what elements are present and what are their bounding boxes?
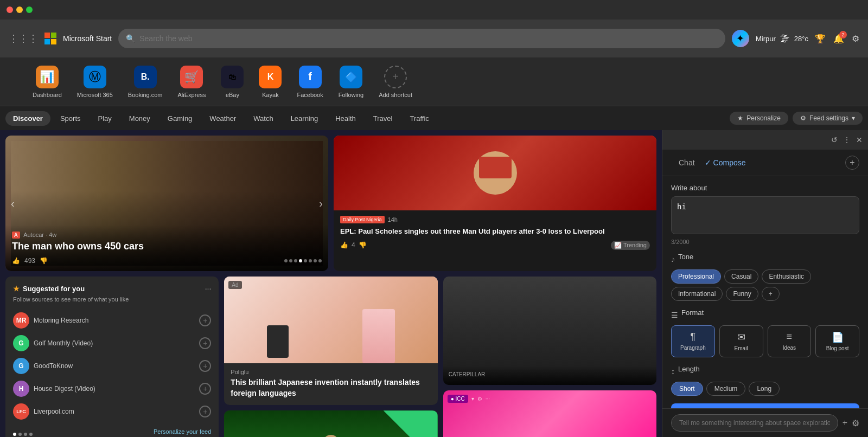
tab-traffic[interactable]: Traffic bbox=[402, 111, 436, 126]
tone-casual-button[interactable]: Casual bbox=[724, 269, 758, 284]
shortcut-facebook-label: Facebook bbox=[297, 92, 323, 98]
close-panel-icon[interactable]: ✕ bbox=[856, 136, 863, 144]
dot-6 bbox=[309, 259, 312, 262]
dot-1 bbox=[284, 259, 288, 262]
ms-logo bbox=[44, 33, 56, 44]
panel-settings-icon[interactable]: + bbox=[843, 418, 847, 428]
tone-professional-button[interactable]: Professional bbox=[671, 269, 721, 284]
close-button[interactable] bbox=[7, 7, 13, 13]
article-japanese-content: Poliglu This brilliant Japanese inventio… bbox=[224, 363, 437, 405]
title-bar bbox=[0, 0, 868, 20]
minimize-button[interactable] bbox=[16, 7, 23, 13]
shortcut-dashboard[interactable]: 📊 Dashboard bbox=[33, 66, 62, 98]
generate-draft-button[interactable]: Generate draft bbox=[671, 403, 859, 408]
secondary-thumbs-down[interactable]: 👎 bbox=[359, 241, 367, 249]
tab-gaming[interactable]: Gaming bbox=[160, 111, 200, 126]
shortcut-ebay-icon: 🛍 bbox=[221, 66, 244, 88]
panel-gear-icon[interactable]: ⚙ bbox=[852, 418, 859, 428]
settings-icon[interactable]: ⚙ bbox=[852, 34, 859, 44]
search-bar[interactable]: 🔍 bbox=[118, 29, 725, 48]
icc-more-icon[interactable]: ⚙ bbox=[477, 396, 482, 402]
add-liverpool-button[interactable]: + bbox=[199, 406, 211, 417]
tab-weather[interactable]: Weather bbox=[202, 111, 244, 126]
shortcut-add[interactable]: + Add shortcut bbox=[379, 66, 412, 98]
trophy-icon[interactable]: 🏆 bbox=[815, 34, 826, 44]
shortcut-microsoft365[interactable]: Ⓜ Microsoft 365 bbox=[77, 66, 113, 98]
add-tab-button[interactable]: + bbox=[845, 156, 859, 170]
fullscreen-button[interactable] bbox=[26, 7, 33, 13]
shortcut-booking[interactable]: B. Booking.com bbox=[128, 66, 163, 98]
format-blogpost-button[interactable]: 📄 Blog post bbox=[815, 325, 859, 357]
tab-learning[interactable]: Learning bbox=[283, 111, 326, 126]
tone-informational-button[interactable]: Informational bbox=[671, 287, 723, 301]
add-golf-monthly-button[interactable]: + bbox=[199, 337, 211, 349]
search-input[interactable] bbox=[139, 34, 718, 43]
write-about-input[interactable]: hi bbox=[671, 196, 859, 234]
length-long-button[interactable]: Long bbox=[749, 382, 780, 396]
format-paragraph-button[interactable]: ¶ Paragraph bbox=[671, 325, 715, 357]
add-motoring-research-button[interactable]: + bbox=[199, 314, 211, 326]
panel-more-icon[interactable]: ⋮ bbox=[843, 136, 851, 144]
char-count: 3/2000 bbox=[671, 239, 859, 245]
list-item: H House Digest (Video) + bbox=[13, 377, 211, 400]
featured-article-actions: 👍 493 👎 bbox=[12, 257, 322, 265]
tab-travel[interactable]: Travel bbox=[366, 111, 400, 126]
notification-bell[interactable]: 🔔 2 bbox=[833, 34, 844, 44]
tone-add-button[interactable]: + bbox=[762, 287, 780, 301]
tab-health[interactable]: Health bbox=[328, 111, 363, 126]
article-mbappe[interactable]: K Tuko 16h Kylian Mbappe: Real Madrid st… bbox=[224, 410, 437, 437]
shortcut-aliexpress[interactable]: 🛒 AliExpress bbox=[177, 66, 206, 98]
format-ideas-button[interactable]: ≡ Ideas bbox=[768, 325, 812, 357]
tab-play[interactable]: Play bbox=[91, 111, 119, 126]
refresh-panel-icon[interactable]: ↺ bbox=[831, 136, 838, 144]
article-coal[interactable]: CATERPILLAR bbox=[443, 277, 656, 385]
tone-enthusiastic-button[interactable]: Enthusiastic bbox=[762, 269, 811, 284]
tab-sports[interactable]: Sports bbox=[53, 111, 88, 126]
traffic-lights[interactable] bbox=[7, 7, 33, 13]
featured-grid: A Autocar · 4w The man who owns 450 cars… bbox=[5, 136, 656, 271]
ideas-icon: ≡ bbox=[787, 331, 793, 343]
featured-article-secondary[interactable]: Daily Post Nigeria 14h EPL: Paul Scholes… bbox=[334, 136, 656, 271]
notification-badge: 2 bbox=[839, 31, 847, 38]
thumbs-down-icon[interactable]: 👎 bbox=[40, 257, 48, 265]
tab-compose[interactable]: ✓ Compose bbox=[705, 158, 746, 167]
dot-8 bbox=[318, 259, 322, 262]
length-medium-button[interactable]: Medium bbox=[706, 382, 746, 396]
apps-grid-icon[interactable]: ⋮⋮⋮ bbox=[9, 33, 38, 44]
chevron-down-icc[interactable]: ▾ bbox=[471, 396, 474, 402]
shortcut-following[interactable]: 🔷 Following bbox=[339, 66, 363, 98]
ad-label: Ad bbox=[228, 281, 241, 289]
add-goodtoknow-button[interactable]: + bbox=[199, 360, 211, 372]
chat-input[interactable] bbox=[671, 414, 838, 432]
personalize-feed-link[interactable]: Personalize your feed bbox=[154, 428, 211, 435]
content-area: A Autocar · 4w The man who owns 450 cars… bbox=[0, 130, 868, 437]
icc-dots-icon[interactable]: ··· bbox=[486, 396, 490, 402]
article-japanese[interactable]: Poliglu This brilliant Japanese inventio… bbox=[224, 277, 437, 405]
shortcut-facebook[interactable]: f Facebook bbox=[297, 66, 323, 98]
tab-money[interactable]: Money bbox=[122, 111, 158, 126]
source-name-golf: Golf Monthly (Video) bbox=[34, 339, 93, 347]
article-icc[interactable]: ● ICC ▾ ⚙ ··· PAK 274 172 bbox=[443, 390, 656, 437]
tab-chat[interactable]: Chat bbox=[671, 155, 703, 170]
panel-title-bar: ↺ ⋮ ✕ bbox=[662, 130, 868, 150]
format-email-button[interactable]: ✉ Email bbox=[719, 325, 763, 357]
thumbs-up-icon[interactable]: 👍 bbox=[12, 257, 20, 265]
shortcut-ebay[interactable]: 🛍 eBay bbox=[221, 66, 244, 98]
carousel-next[interactable]: › bbox=[319, 197, 323, 210]
more-options-icon[interactable]: ··· bbox=[205, 284, 212, 293]
shortcut-kayak[interactable]: K Kayak bbox=[259, 66, 282, 98]
tab-watch[interactable]: Watch bbox=[246, 111, 280, 126]
tone-funny-button[interactable]: Funny bbox=[726, 287, 758, 301]
source-avatar-gtk: G bbox=[13, 358, 29, 374]
add-house-digest-button[interactable]: + bbox=[199, 383, 211, 395]
copilot-icon[interactable]: ✦ bbox=[732, 30, 749, 47]
secondary-thumbs-up[interactable]: 👍 bbox=[340, 241, 348, 249]
bottom-content-grid: ★ Suggested for you ··· Follow sources t… bbox=[5, 277, 656, 437]
tab-discover[interactable]: Discover bbox=[5, 111, 50, 126]
brand-name: Microsoft Start bbox=[63, 34, 112, 43]
personalize-button[interactable]: ★ Personalize bbox=[730, 112, 788, 125]
featured-article-main[interactable]: A Autocar · 4w The man who owns 450 cars… bbox=[5, 136, 328, 271]
carousel-prev[interactable]: ‹ bbox=[11, 197, 15, 210]
length-short-button[interactable]: Short bbox=[671, 382, 703, 396]
feed-settings-button[interactable]: ⚙ Feed settings ▾ bbox=[793, 112, 863, 125]
